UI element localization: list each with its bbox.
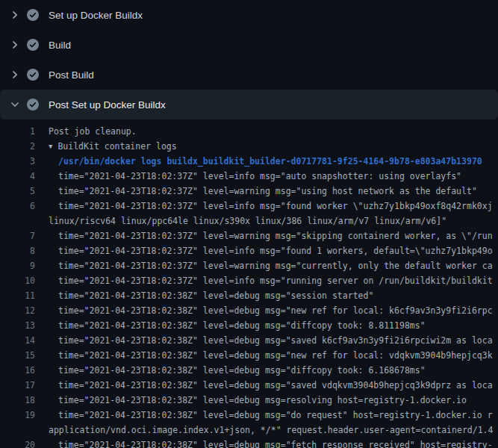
log-text: application/vnd.oci.image.index.v1+json,… bbox=[49, 423, 493, 438]
log-line-number[interactable]: 6 bbox=[0, 199, 35, 214]
log-line: 13time="2021-04-23T18:02:38Z" level=debu… bbox=[0, 318, 498, 333]
log-line: 4time="2021-04-23T18:02:37Z" level=info … bbox=[0, 169, 498, 184]
step-header-set-up-docker-buildx[interactable]: Set up Docker Buildx bbox=[0, 0, 498, 30]
step-label: Post Set up Docker Buildx bbox=[49, 99, 166, 111]
log-text: ▼BuildKit container logs bbox=[49, 139, 177, 154]
log-line: 17time="2021-04-23T18:02:38Z" level=debu… bbox=[0, 378, 498, 393]
log-line-number[interactable]: 17 bbox=[0, 378, 35, 393]
log-line-number bbox=[0, 214, 35, 228]
log-line: 1Post job cleanup. bbox=[0, 124, 498, 139]
log-text: time="2021-04-23T18:02:38Z" level=debug … bbox=[58, 318, 426, 333]
log-text: time="2021-04-23T18:02:37Z" level=info m… bbox=[58, 169, 461, 184]
log-line: 11time="2021-04-23T18:02:38Z" level=debu… bbox=[0, 288, 498, 303]
log-text: time="2021-04-23T18:02:38Z" level=debug … bbox=[58, 393, 467, 408]
steps-list: Set up Docker BuildxBuildPost BuildPost … bbox=[0, 0, 498, 119]
chevron-right-icon[interactable] bbox=[9, 9, 21, 21]
log-line: 16time="2021-04-23T18:02:38Z" level=debu… bbox=[0, 363, 498, 378]
step-label: Build bbox=[49, 40, 71, 51]
log-line-number[interactable]: 7 bbox=[0, 228, 35, 243]
log-line: 20time="2021-04-23T18:02:38Z" level=debu… bbox=[0, 438, 498, 448]
log-line: application/vnd.oci.image.index.v1+json,… bbox=[0, 423, 498, 438]
step-label: Set up Docker Buildx bbox=[49, 10, 143, 21]
log-line-number[interactable]: 19 bbox=[0, 408, 35, 423]
log-line-number bbox=[0, 423, 35, 438]
triangle-down-icon[interactable]: ▼ bbox=[49, 139, 52, 154]
log-text: time="2021-04-23T18:02:37Z" level=warnin… bbox=[58, 228, 493, 243]
log-text: Post job cleanup. bbox=[49, 124, 137, 139]
log-line: linux/riscv64 linux/ppc64le linux/s390x … bbox=[0, 214, 498, 228]
log-command-text: /usr/bin/docker logs buildx_buildkit_bui… bbox=[58, 154, 482, 169]
check-circle-icon bbox=[27, 39, 39, 51]
log-text: time="2021-04-23T18:02:38Z" level=debug … bbox=[58, 333, 493, 348]
step-label: Post Build bbox=[49, 69, 94, 81]
log-text: time="2021-04-23T18:02:38Z" level=debug … bbox=[58, 438, 493, 448]
log-text: time="2021-04-23T18:02:38Z" level=debug … bbox=[58, 288, 373, 303]
log-line: 8time="2021-04-23T18:02:37Z" level=info … bbox=[0, 243, 498, 258]
log-line-number[interactable]: 9 bbox=[0, 258, 35, 273]
log-line: 15time="2021-04-23T18:02:38Z" level=debu… bbox=[0, 348, 498, 363]
log-line-number[interactable]: 20 bbox=[0, 438, 35, 448]
step-header-post-set-up-docker-buildx[interactable]: Post Set up Docker Buildx bbox=[0, 90, 498, 119]
log-text: time="2021-04-23T18:02:38Z" level=debug … bbox=[58, 408, 493, 423]
log-line: 18time="2021-04-23T18:02:38Z" level=debu… bbox=[0, 393, 498, 408]
log-line-number[interactable]: 18 bbox=[0, 393, 35, 408]
log-line-number[interactable]: 13 bbox=[0, 318, 35, 333]
chevron-down-icon[interactable] bbox=[9, 99, 21, 111]
log-line: 10time="2021-04-23T18:02:37Z" level=info… bbox=[0, 273, 498, 288]
log-text: time="2021-04-23T18:02:38Z" level=debug … bbox=[58, 348, 493, 363]
log-line: 3/usr/bin/docker logs buildx_buildkit_bu… bbox=[0, 154, 498, 169]
log-line-number[interactable]: 3 bbox=[0, 154, 35, 169]
log-line: 2▼BuildKit container logs bbox=[0, 139, 498, 154]
check-circle-icon bbox=[27, 69, 39, 81]
log-text: time="2021-04-23T18:02:37Z" level=info m… bbox=[58, 273, 493, 288]
log-line: 6time="2021-04-23T18:02:37Z" level=info … bbox=[0, 199, 498, 214]
log-text: time="2021-04-23T18:02:38Z" level=debug … bbox=[58, 303, 493, 318]
chevron-right-icon[interactable] bbox=[9, 69, 21, 81]
log-viewer: 1Post job cleanup.2▼BuildKit container l… bbox=[0, 119, 498, 448]
step-header-post-build[interactable]: Post Build bbox=[0, 60, 498, 90]
log-line-number[interactable]: 10 bbox=[0, 273, 35, 288]
log-line: 12time="2021-04-23T18:02:38Z" level=debu… bbox=[0, 303, 498, 318]
check-circle-icon bbox=[27, 99, 39, 111]
log-line-number[interactable]: 11 bbox=[0, 288, 35, 303]
log-text: time="2021-04-23T18:02:37Z" level=warnin… bbox=[58, 184, 477, 199]
log-line: 14time="2021-04-23T18:02:38Z" level=debu… bbox=[0, 333, 498, 348]
log-line: 7time="2021-04-23T18:02:37Z" level=warni… bbox=[0, 228, 498, 243]
log-text: time="2021-04-23T18:02:38Z" level=debug … bbox=[58, 363, 426, 378]
log-line-number[interactable]: 16 bbox=[0, 363, 35, 378]
log-text: time="2021-04-23T18:02:37Z" level=info m… bbox=[58, 243, 493, 258]
log-text: time="2021-04-23T18:02:38Z" level=debug … bbox=[58, 378, 493, 393]
log-line-number[interactable]: 8 bbox=[0, 243, 35, 258]
log-line-number[interactable]: 12 bbox=[0, 303, 35, 318]
log-line-number[interactable]: 5 bbox=[0, 184, 35, 199]
check-circle-icon bbox=[27, 9, 39, 21]
log-line-number[interactable]: 2 bbox=[0, 139, 35, 154]
log-text: time="2021-04-23T18:02:37Z" level=info m… bbox=[58, 199, 493, 214]
step-header-build[interactable]: Build bbox=[0, 30, 498, 60]
log-group-title: BuildKit container logs bbox=[57, 141, 176, 152]
log-line-number[interactable]: 15 bbox=[0, 348, 35, 363]
log-text: time="2021-04-23T18:02:37Z" level=warnin… bbox=[58, 258, 493, 273]
log-line: 5time="2021-04-23T18:02:37Z" level=warni… bbox=[0, 184, 498, 199]
log-line: 19time="2021-04-23T18:02:38Z" level=debu… bbox=[0, 408, 498, 423]
log-line-number[interactable]: 14 bbox=[0, 333, 35, 348]
chevron-right-icon[interactable] bbox=[9, 39, 21, 51]
log-line-number[interactable]: 4 bbox=[0, 169, 35, 184]
log-line: 9time="2021-04-23T18:02:37Z" level=warni… bbox=[0, 258, 498, 273]
log-text: linux/riscv64 linux/ppc64le linux/s390x … bbox=[49, 214, 446, 228]
log-line-number[interactable]: 1 bbox=[0, 124, 35, 139]
